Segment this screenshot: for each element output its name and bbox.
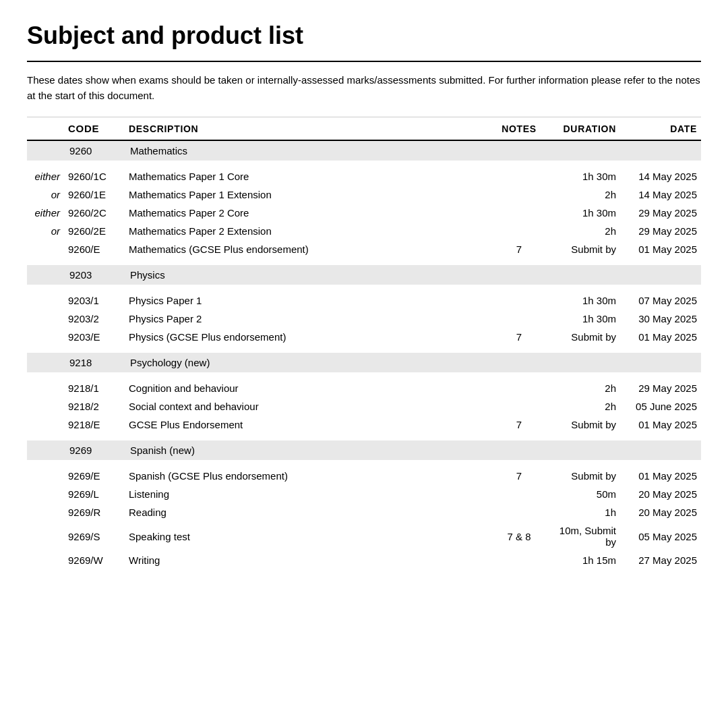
subject-name-cell: Spanish (new) [125,440,701,460]
table-row: either 9260/1C Mathematics Paper 1 Core … [27,167,701,185]
row-description: Mathematics Paper 2 Extension [125,222,492,240]
row-date: 05 May 2025 [620,521,701,551]
row-description: Writing [125,551,492,569]
row-code: 9260/2E [64,222,125,240]
subject-header-row: 9203 Physics [27,265,701,285]
row-date: 29 May 2025 [620,222,701,240]
row-date: 01 May 2025 [620,328,701,346]
row-code: 9269/S [64,521,125,551]
row-description: Mathematics (GCSE Plus endorsement) [125,240,492,258]
row-prefix [27,416,64,434]
table-row: 9269/W Writing 1h 15m 27 May 2025 [27,551,701,569]
row-code: 9269/L [64,485,125,503]
subject-code-cell: 9218 [64,353,125,372]
row-date: 20 May 2025 [620,485,701,503]
spacer-row [27,285,701,291]
row-duration: 10m, Submit by [546,521,620,551]
subject-code-cell: 9269 [64,440,125,460]
spacer-row [27,434,701,440]
row-prefix [27,551,64,569]
row-code: 9203/1 [64,291,125,310]
row-description: Physics Paper 2 [125,310,492,328]
row-prefix [27,467,64,485]
subject-prefix-cell [27,440,64,460]
row-notes: 7 [492,328,546,346]
row-description: Spanish (GCSE Plus endorsement) [125,467,492,485]
table-row: 9218/1 Cognition and behaviour 2h 29 May… [27,379,701,397]
table-row: either 9260/2C Mathematics Paper 2 Core … [27,204,701,222]
row-date: 01 May 2025 [620,240,701,258]
row-duration: Submit by [546,240,620,258]
spacer-row [27,569,701,576]
table-row: 9260/E Mathematics (GCSE Plus endorsemen… [27,240,701,258]
row-date: 01 May 2025 [620,467,701,485]
row-duration: 1h 30m [546,291,620,310]
row-description: Listening [125,485,492,503]
row-duration: 1h 15m [546,551,620,569]
subject-table: CODE DESCRIPTION NOTES DURATION DATE 926… [27,117,701,576]
row-duration: 2h [546,379,620,397]
row-date: 29 May 2025 [620,204,701,222]
row-description: Cognition and behaviour [125,379,492,397]
row-description: Mathematics Paper 2 Core [125,204,492,222]
table-header-row: CODE DESCRIPTION NOTES DURATION DATE [27,117,701,140]
row-description: Reading [125,503,492,521]
row-notes [492,222,546,240]
row-duration: Submit by [546,328,620,346]
row-code: 9260/2C [64,204,125,222]
row-date: 27 May 2025 [620,551,701,569]
row-duration: 1h 30m [546,310,620,328]
row-code: 9218/2 [64,397,125,416]
subject-name-cell: Psychology (new) [125,353,701,372]
row-notes [492,291,546,310]
col-prefix-header [27,117,64,140]
subject-prefix-cell [27,353,64,372]
row-duration: Submit by [546,467,620,485]
col-date-header: DATE [620,117,701,140]
row-notes [492,485,546,503]
row-code: 9218/E [64,416,125,434]
spacer-row [27,346,701,353]
row-description: Speaking test [125,521,492,551]
row-duration: Submit by [546,416,620,434]
row-prefix [27,521,64,551]
row-description: Mathematics Paper 1 Extension [125,185,492,204]
subject-code-cell: 9260 [64,140,125,161]
row-prefix [27,503,64,521]
row-prefix [27,240,64,258]
subject-header-row: 9260 Mathematics [27,140,701,161]
row-code: 9260/1E [64,185,125,204]
subject-name-cell: Mathematics [125,140,701,161]
row-prefix [27,291,64,310]
row-duration: 2h [546,397,620,416]
row-duration: 50m [546,485,620,503]
row-date: 30 May 2025 [620,310,701,328]
row-notes [492,503,546,521]
subject-prefix-cell [27,140,64,161]
row-notes: 7 [492,467,546,485]
row-code: 9260/1C [64,167,125,185]
row-date: 14 May 2025 [620,167,701,185]
table-row: 9218/E GCSE Plus Endorsement 7 Submit by… [27,416,701,434]
subject-code-cell: 9203 [64,265,125,285]
row-prefix: either [27,204,64,222]
spacer-row [27,372,701,379]
row-prefix [27,397,64,416]
subject-name-cell: Physics [125,265,701,285]
table-row: 9269/S Speaking test 7 & 8 10m, Submit b… [27,521,701,551]
table-row: or 9260/2E Mathematics Paper 2 Extension… [27,222,701,240]
row-code: 9203/E [64,328,125,346]
row-description: Physics (GCSE Plus endorsement) [125,328,492,346]
col-notes-header: NOTES [492,117,546,140]
row-date: 05 June 2025 [620,397,701,416]
spacer-row [27,258,701,265]
row-notes [492,185,546,204]
row-notes [492,551,546,569]
row-code: 9203/2 [64,310,125,328]
table-row: 9269/L Listening 50m 20 May 2025 [27,485,701,503]
row-description: Physics Paper 1 [125,291,492,310]
row-date: 20 May 2025 [620,503,701,521]
row-notes [492,204,546,222]
intro-text: These dates show when exams should be ta… [27,73,701,103]
subject-header-row: 9269 Spanish (new) [27,440,701,460]
